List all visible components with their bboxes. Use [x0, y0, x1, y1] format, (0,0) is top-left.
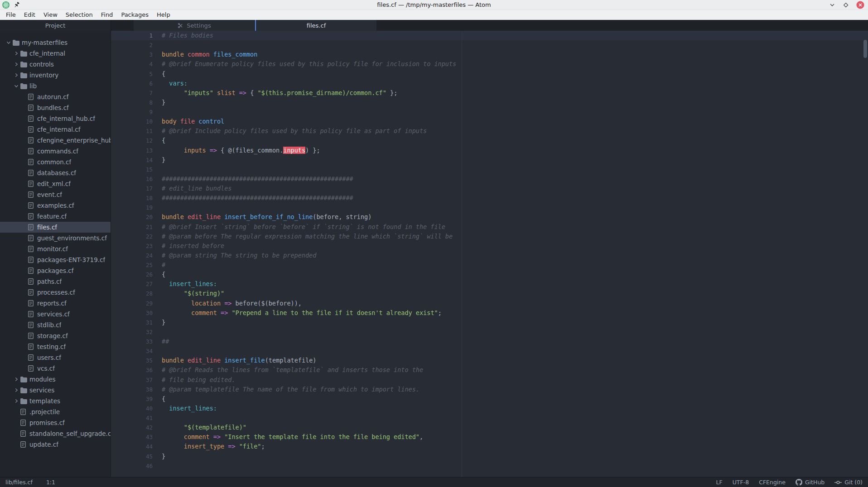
- line-number[interactable]: 15: [111, 165, 162, 174]
- line-number[interactable]: 22: [111, 232, 162, 241]
- tree-item-inventory[interactable]: inventory: [0, 70, 111, 81]
- status-git[interactable]: Git (0): [834, 479, 863, 486]
- status-github[interactable]: GitHub: [796, 479, 825, 486]
- menu-edit[interactable]: Edit: [20, 10, 39, 20]
- line-number[interactable]: 19: [111, 203, 162, 212]
- line-number[interactable]: 35: [111, 356, 162, 365]
- code-line-25[interactable]: 25#: [111, 260, 868, 270]
- line-number[interactable]: 23: [111, 241, 162, 251]
- tree-item-stdlib.cf[interactable]: stdlib.cf: [0, 320, 111, 330]
- tree-item-edit_xml.cf[interactable]: edit_xml.cf: [0, 178, 111, 189]
- code-line-5[interactable]: 5{: [111, 69, 868, 79]
- tree-item-databases.cf[interactable]: databases.cf: [0, 167, 111, 178]
- code-line-6[interactable]: 6 vars:: [111, 79, 868, 88]
- menu-find[interactable]: Find: [97, 10, 117, 20]
- tree-item-processes.cf[interactable]: processes.cf: [0, 287, 111, 298]
- status-grammar[interactable]: CFEngine: [759, 479, 786, 486]
- code-line-18[interactable]: 18######################################…: [111, 193, 868, 203]
- line-number[interactable]: 24: [111, 251, 162, 260]
- chevron-down-icon[interactable]: [12, 83, 20, 89]
- line-number[interactable]: 41: [111, 413, 162, 423]
- code-line-11[interactable]: 11# @brief Include policy files used by …: [111, 126, 868, 136]
- code-line-3[interactable]: 3bundle common files_common: [111, 50, 868, 59]
- chevron-down-icon[interactable]: [5, 39, 13, 46]
- code-line-4[interactable]: 4# @brief Enumerate policy files used by…: [111, 59, 868, 69]
- line-number[interactable]: 11: [111, 126, 162, 136]
- code-line-12[interactable]: 12{: [111, 136, 868, 145]
- code-line-14[interactable]: 14}: [111, 155, 868, 165]
- tree-item-cfe_internal[interactable]: cfe_internal: [0, 48, 111, 59]
- code-line-37[interactable]: 37# file being edited.: [111, 375, 868, 385]
- tree-item-commands.cf[interactable]: commands.cf: [0, 146, 111, 157]
- line-number[interactable]: 14: [111, 155, 162, 165]
- code-line-7[interactable]: 7 "inputs" slist => { "$(this.promise_di…: [111, 88, 868, 98]
- line-number[interactable]: 2: [111, 40, 162, 50]
- tree-item-paths.cf[interactable]: paths.cf: [0, 276, 111, 287]
- line-number[interactable]: 46: [111, 461, 162, 471]
- code-line-29[interactable]: 29 location => before($(before)),: [111, 299, 868, 308]
- code-line-40[interactable]: 40 insert_lines:: [111, 404, 868, 413]
- chevron-right-icon[interactable]: [12, 72, 20, 78]
- code-line-45[interactable]: 45}: [111, 452, 868, 461]
- line-number[interactable]: 44: [111, 442, 162, 451]
- code-line-27[interactable]: 27 insert_lines:: [111, 279, 868, 289]
- code-line-38[interactable]: 38# @param templatefile The name of the …: [111, 385, 868, 394]
- line-number[interactable]: 21: [111, 222, 162, 232]
- tree-item-files.cf[interactable]: files.cf: [0, 222, 111, 233]
- menu-selection[interactable]: Selection: [62, 10, 97, 20]
- tree-item-feature.cf[interactable]: feature.cf: [0, 211, 111, 222]
- line-number[interactable]: 1: [111, 31, 162, 40]
- tree-item-my-masterfiles[interactable]: my-masterfiles: [0, 37, 111, 48]
- chevron-right-icon[interactable]: [12, 398, 20, 404]
- line-number[interactable]: 16: [111, 174, 162, 184]
- line-number[interactable]: 45: [111, 452, 162, 461]
- code-line-44[interactable]: 44 insert_type => "file";: [111, 442, 868, 451]
- editor-scrollbar[interactable]: [863, 40, 867, 58]
- line-number[interactable]: 26: [111, 270, 162, 279]
- code-line-34[interactable]: 34: [111, 346, 868, 356]
- tree-item-modules[interactable]: modules: [0, 374, 111, 385]
- tree-item-.projectile[interactable]: .projectile: [0, 406, 111, 417]
- line-number[interactable]: 17: [111, 184, 162, 193]
- menu-packages[interactable]: Packages: [117, 10, 153, 20]
- code-line-39[interactable]: 39{: [111, 394, 868, 404]
- code-line-16[interactable]: 16######################################…: [111, 174, 868, 184]
- tree-item-cfengine_enterprise_hub_ha.cf[interactable]: cfengine_enterprise_hub_ha.cf: [0, 135, 111, 146]
- close-button[interactable]: [856, 1, 864, 9]
- tab-files-cf[interactable]: files.cf: [255, 20, 376, 31]
- status-encoding[interactable]: UTF-8: [733, 479, 749, 486]
- tree-item-event.cf[interactable]: event.cf: [0, 189, 111, 200]
- chevron-right-icon[interactable]: [12, 50, 20, 57]
- code-line-42[interactable]: 42 "$(templatefile)": [111, 423, 868, 432]
- code-line-23[interactable]: 23# inserted before: [111, 241, 868, 251]
- code-line-21[interactable]: 21# @brief Insert `string` before `befor…: [111, 222, 868, 232]
- tree-item-controls[interactable]: controls: [0, 59, 111, 70]
- tab-settings[interactable]: Settings: [134, 20, 255, 31]
- line-number[interactable]: 6: [111, 79, 162, 88]
- line-number[interactable]: 28: [111, 289, 162, 298]
- line-number[interactable]: 8: [111, 98, 162, 107]
- code-line-46[interactable]: 46: [111, 461, 868, 471]
- line-number[interactable]: 30: [111, 308, 162, 318]
- code-line-28[interactable]: 28 "$(string)": [111, 289, 868, 298]
- code-line-33[interactable]: 33##: [111, 337, 868, 346]
- line-number[interactable]: 7: [111, 88, 162, 98]
- code-line-15[interactable]: 15: [111, 165, 868, 174]
- line-number[interactable]: 38: [111, 385, 162, 394]
- code-line-32[interactable]: 32: [111, 327, 868, 337]
- code-line-41[interactable]: 41: [111, 413, 868, 423]
- code-line-20[interactable]: 20bundle edit_line insert_before_if_no_l…: [111, 212, 868, 222]
- code-line-30[interactable]: 30 comment => "Prepend a line to the fil…: [111, 308, 868, 318]
- minimize-chevron-icon[interactable]: [829, 2, 835, 8]
- tree-item-update.cf[interactable]: update.cf: [0, 439, 111, 450]
- tree-item-promises.cf[interactable]: promises.cf: [0, 417, 111, 428]
- tree-item-cfe_internal.cf[interactable]: cfe_internal.cf: [0, 124, 111, 135]
- line-number[interactable]: 13: [111, 146, 162, 155]
- code-line-26[interactable]: 26{: [111, 270, 868, 279]
- line-number[interactable]: 29: [111, 299, 162, 308]
- line-number[interactable]: 43: [111, 432, 162, 442]
- line-number[interactable]: 33: [111, 337, 162, 346]
- chevron-right-icon[interactable]: [12, 387, 20, 393]
- line-number[interactable]: 25: [111, 260, 162, 270]
- status-cursor-position[interactable]: 1:1: [46, 479, 55, 486]
